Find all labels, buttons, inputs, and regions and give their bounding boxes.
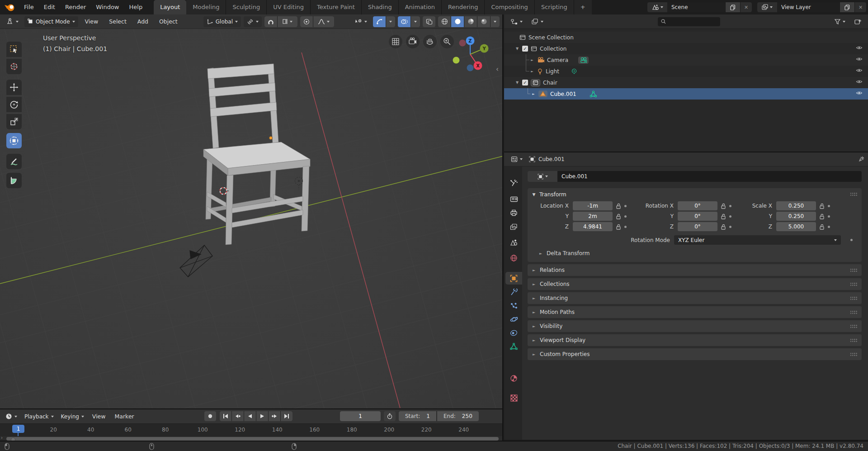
panel-grip-handle[interactable] — [850, 192, 858, 196]
unlock-icon[interactable] — [616, 203, 621, 209]
camera-view-button[interactable] — [406, 35, 420, 48]
snap-toggle[interactable] — [264, 16, 277, 27]
menu-object[interactable]: Object — [155, 18, 182, 25]
tab-sculpting[interactable]: Sculpting — [226, 0, 267, 14]
outliner-row-chair[interactable]: ▼ ✓ Chair — [504, 77, 868, 88]
expand-arrow-icon[interactable]: ▼ — [515, 81, 519, 85]
animate-dot[interactable] — [624, 205, 627, 207]
transform-orientation-dropdown[interactable]: Global — [203, 16, 241, 27]
next-keyframe-button[interactable] — [269, 411, 280, 421]
scale-y-field[interactable]: 0.250 — [776, 212, 816, 221]
delta-transform-header[interactable]: ► Delta Transform — [528, 250, 862, 256]
tab-texture[interactable] — [505, 392, 522, 404]
section-motion-paths[interactable]: ► Motion Paths — [528, 306, 862, 318]
outliner-display-mode-button[interactable] — [528, 16, 547, 27]
move-view-button[interactable] — [423, 35, 437, 48]
axis-ball-negx[interactable] — [459, 40, 466, 47]
light-object[interactable] — [295, 177, 303, 190]
tab-constraints[interactable] — [505, 327, 522, 339]
timeline-expand-chevron[interactable]: › — [1, 435, 3, 440]
overlays-toggle[interactable] — [398, 16, 410, 27]
outliner-row-light[interactable]: ► Light — [504, 66, 868, 77]
gizmos-toggle[interactable] — [373, 16, 386, 27]
gizmos-dropdown[interactable] — [386, 16, 395, 27]
shading-dropdown[interactable] — [491, 16, 500, 27]
section-viewport-display[interactable]: ► Viewport Display — [528, 334, 862, 346]
hide-eye-icon[interactable] — [856, 90, 863, 95]
hide-eye-icon[interactable] — [856, 68, 863, 73]
tool-move[interactable] — [6, 80, 22, 95]
animate-dot[interactable] — [828, 205, 830, 207]
menu-select[interactable]: Select — [105, 18, 131, 25]
view-layer-name-field[interactable]: View Layer — [777, 2, 840, 12]
tab-layout[interactable]: Layout — [154, 0, 186, 14]
outliner-editor-type-button[interactable] — [508, 16, 526, 27]
scale-x-field[interactable]: 0.250 — [776, 201, 816, 210]
viewport-canvas[interactable]: Z Y X User Perspective (1) Chair | Cube.… — [0, 29, 502, 408]
menu-help[interactable]: Help — [124, 0, 148, 14]
timeline-marker-menu[interactable]: Marker — [111, 413, 138, 420]
animate-dot[interactable] — [729, 205, 731, 207]
tab-view-layer[interactable] — [505, 220, 522, 233]
collection-checkbox[interactable]: ✓ — [522, 80, 528, 85]
tool-rotate[interactable] — [6, 97, 22, 112]
proportional-falloff-dropdown[interactable] — [313, 16, 334, 27]
playback-menu[interactable]: Playback — [21, 411, 57, 422]
unlock-icon[interactable] — [819, 203, 825, 209]
mode-dropdown[interactable]: Object Mode — [24, 16, 78, 27]
properties-editor-type-button[interactable] — [508, 154, 526, 165]
shading-solid-button[interactable] — [451, 16, 464, 27]
unlock-icon[interactable] — [819, 214, 825, 219]
menu-file[interactable]: File — [19, 0, 39, 14]
light-data-icon[interactable] — [571, 68, 577, 75]
record-button[interactable] — [204, 411, 216, 421]
unlock-icon[interactable] — [721, 214, 726, 219]
timeline-editor-type-button[interactable] — [2, 411, 20, 422]
location-z-field[interactable]: 4.9841 — [573, 222, 613, 231]
outliner-row-collection[interactable]: ▼ ✓ Collection — [504, 43, 868, 54]
panel-grip-handle[interactable] — [850, 310, 858, 314]
current-frame-field[interactable]: 1 — [340, 411, 381, 421]
view-layer-remove-button[interactable]: ✕ — [854, 2, 866, 12]
editor-type-button[interactable] — [3, 16, 22, 27]
jump-to-start-button[interactable] — [220, 411, 231, 421]
expand-arrow-icon[interactable]: ► — [531, 92, 536, 96]
zoom-view-button[interactable] — [440, 35, 454, 48]
unlock-icon[interactable] — [616, 214, 621, 219]
expand-arrow-icon[interactable]: ► — [530, 58, 534, 62]
animate-dot[interactable] — [624, 226, 627, 228]
unlock-icon[interactable] — [819, 224, 825, 230]
tab-material[interactable] — [505, 372, 522, 385]
menu-add[interactable]: Add — [133, 18, 152, 25]
tool-transform-active[interactable] — [6, 133, 22, 148]
timeline-view-menu[interactable]: View — [88, 413, 110, 420]
use-preview-range-button[interactable] — [384, 411, 396, 421]
tab-world[interactable] — [505, 252, 522, 264]
tool-cursor[interactable] — [6, 59, 22, 74]
tab-shading[interactable]: Shading — [362, 0, 399, 14]
start-frame-field[interactable]: Start: 1 — [399, 411, 436, 421]
rotation-z-field[interactable]: 0° — [678, 222, 717, 231]
snap-settings-dropdown[interactable] — [278, 16, 297, 27]
add-workspace-button[interactable]: + — [574, 0, 592, 14]
scene-copy-button[interactable] — [725, 2, 740, 12]
panel-grip-handle[interactable] — [850, 352, 858, 356]
previous-keyframe-button[interactable] — [232, 411, 244, 421]
tool-scale[interactable] — [6, 114, 22, 129]
section-visibility[interactable]: ► Visibility — [528, 320, 862, 332]
jump-to-end-button[interactable] — [281, 411, 292, 421]
pivot-point-dropdown[interactable] — [244, 16, 262, 27]
tab-particles[interactable] — [505, 299, 522, 312]
animate-dot[interactable] — [850, 239, 853, 241]
tab-scene[interactable] — [505, 236, 522, 249]
playhead[interactable]: 1 — [12, 425, 24, 433]
sidebar-toggle-chevron[interactable]: ‹ — [496, 65, 499, 73]
show-gizmo-dropdown[interactable] — [352, 16, 370, 27]
section-instancing[interactable]: ► Instancing — [528, 292, 862, 304]
transform-panel-header[interactable]: ▼ Transform — [528, 188, 862, 200]
proportional-editing-toggle[interactable] — [300, 16, 313, 27]
view-layer-browse-button[interactable] — [757, 2, 777, 12]
tab-object[interactable] — [505, 272, 522, 285]
hide-eye-icon[interactable] — [856, 57, 863, 62]
expand-arrow-icon[interactable]: ► — [530, 70, 534, 73]
